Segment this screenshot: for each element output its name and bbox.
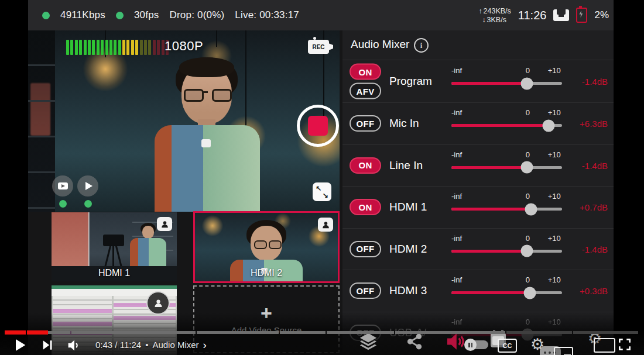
channel-toggles: OFF (350, 282, 381, 299)
slider-knob[interactable] (520, 77, 533, 89)
progress-chapter-segment[interactable] (71, 331, 196, 334)
mixer-channel-row: ONHDMI 1-inf0+10+0.7dB (342, 186, 614, 228)
subtitles-cc-button[interactable]: CC (498, 339, 517, 353)
volume-button[interactable] (67, 338, 81, 355)
channel-volume-slider[interactable]: -inf0+10 (451, 60, 562, 102)
channel-toggles: OFF (350, 241, 381, 257)
slider-track[interactable] (451, 291, 562, 294)
mixer-channel-row: ONAFVProgram-inf0+10-1.4dB (342, 60, 614, 102)
fullscreen-button[interactable] (617, 337, 632, 354)
channel-power-toggle[interactable]: OFF (350, 115, 381, 132)
slider-track[interactable] (451, 82, 562, 85)
channel-db-value: -1.4dB (582, 77, 608, 87)
fps-value: 30fps (134, 9, 159, 21)
channel-name: HDMI 1 (389, 201, 427, 213)
slider-knob[interactable] (543, 119, 555, 132)
play-button[interactable] (12, 337, 28, 355)
live-duration-value: Live: 00:33:17 (235, 9, 299, 21)
slider-fill (451, 250, 527, 253)
source-tile-hdmi2-selected[interactable]: HDMI 2 (193, 211, 340, 283)
source-label: HDMI 1 (52, 268, 177, 278)
info-icon[interactable]: i (414, 38, 429, 53)
progress-played (5, 330, 26, 335)
autoplay-toggle[interactable] (466, 340, 488, 349)
channel-name: HDMI 3 (389, 284, 427, 297)
slider-knob[interactable] (524, 287, 536, 299)
slider-max-label: +10 (548, 66, 561, 75)
progress-chapter-segment[interactable] (5, 331, 26, 334)
slider-track[interactable] (451, 166, 562, 169)
stop-square-icon (308, 116, 328, 136)
lav-mic (201, 139, 211, 147)
scene-camera (103, 235, 124, 246)
channel-volume-slider[interactable]: -inf0+10 (451, 270, 562, 312)
theater-mode-button[interactable] (594, 338, 615, 353)
slider-fill (451, 124, 549, 127)
channel-power-toggle[interactable]: OFF (350, 282, 381, 299)
scene-person-face (142, 226, 154, 239)
progress-chapter-segment[interactable] (197, 331, 279, 334)
channel-volume-slider[interactable]: -inf0+10 (451, 229, 562, 270)
channel-volume-slider[interactable]: -inf0+10 (451, 187, 562, 228)
channel-db-value: +0.7dB (580, 202, 608, 212)
fps-status-dot (116, 12, 124, 19)
video-progress-bar[interactable] (5, 330, 639, 335)
youtube-icon (58, 182, 68, 189)
slider-track[interactable] (451, 250, 562, 253)
record-stop-button[interactable] (297, 105, 339, 147)
slider-knob[interactable] (525, 203, 537, 215)
progress-chapter-segment[interactable] (327, 331, 394, 334)
expand-preview-button[interactable]: ↖ ↘ (313, 182, 331, 201)
youtube-player: 4911Kbps 30fps Drop: 0(0%) Live: 00:33:1… (0, 0, 644, 355)
progress-chapter-segment[interactable] (280, 331, 325, 334)
slider-track[interactable] (451, 124, 562, 127)
progress-chapter-segment[interactable] (27, 331, 70, 334)
next-button[interactable] (41, 339, 54, 354)
slider-knob[interactable] (520, 245, 533, 257)
channel-toggles: OFF (350, 115, 381, 132)
battery-percent: 2% (594, 9, 609, 21)
channel-toggles: ON (350, 199, 381, 215)
progress-chapter-segment[interactable] (506, 331, 572, 334)
channel-name: Program (389, 75, 432, 88)
channel-name: Mic In (389, 117, 419, 130)
progress-chapter-segment[interactable] (395, 331, 506, 334)
mixer-channel-list: ONAFVProgram-inf0+10-1.4dBOFFMic In-inf0… (342, 60, 614, 355)
program-preview[interactable]: 1080P REC ↖ ↘ (28, 30, 340, 212)
channel-volume-slider[interactable]: -inf0+10 (451, 145, 562, 187)
channel-name: Line In (389, 159, 423, 172)
slider-knob[interactable] (520, 161, 533, 174)
rec-camera-icon: REC (308, 40, 329, 54)
custom-destination-button[interactable] (77, 175, 98, 197)
glasses-left-lens (184, 89, 204, 102)
channel-power-toggle[interactable]: ON (350, 157, 381, 174)
slider-zero-label: 0 (526, 66, 530, 75)
scene-person-shirt (130, 238, 166, 268)
autoplay-pause-knob (464, 339, 477, 351)
bitrate-status-dot (42, 12, 50, 19)
channel-volume-slider[interactable]: -inf0+10 (451, 103, 562, 144)
chapter-title[interactable]: Audio Mixer (152, 340, 198, 350)
channel-afv-toggle[interactable]: AFV (350, 83, 381, 99)
destination-active-dot (84, 200, 92, 208)
status-left-group: 4911Kbps 30fps Drop: 0(0%) Live: 00:33:1… (42, 0, 299, 30)
slider-min-label: -inf (451, 234, 462, 243)
channel-power-toggle[interactable]: ON (350, 64, 381, 80)
slider-track[interactable] (451, 208, 562, 211)
youtube-destination-button[interactable] (52, 175, 73, 197)
settings-gear-icon[interactable]: ⚙ (530, 336, 544, 352)
source-tile-hdmi1[interactable]: HDMI 1 (52, 212, 177, 281)
mixer-channel-row: OFFMic In-inf0+10+6.3dB (342, 102, 614, 144)
progress-chapter-segment[interactable] (573, 331, 638, 334)
battery-charging-icon (576, 8, 587, 23)
bullet-separator: • (145, 340, 148, 350)
miniplayer-button[interactable] (554, 347, 573, 355)
channel-power-toggle[interactable]: OFF (350, 241, 381, 257)
chapter-chevron-icon[interactable]: › (203, 341, 207, 349)
slider-max-label: +10 (548, 192, 561, 201)
presenter-shirt (155, 125, 260, 212)
channel-toggles: ON (350, 157, 381, 174)
slider-min-label: -inf (451, 108, 462, 117)
channel-power-toggle[interactable]: ON (350, 199, 381, 215)
audio-mixer-title: Audio Mixer (351, 38, 409, 51)
